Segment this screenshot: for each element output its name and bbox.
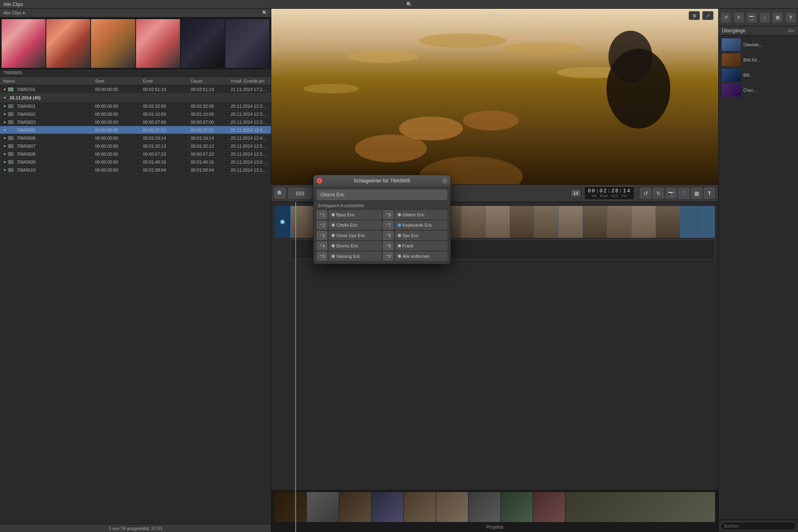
file-row-7I8A5603[interactable]: 7I8A5603 00:00:00:00 00:00:37:00 00:00:3… [0, 118, 271, 126]
all-clips-label[interactable]: Alle Clips [3, 2, 23, 7]
clip-thumb-3[interactable] [91, 19, 135, 68]
shortcut-label-Sax-Eric[interactable]: Sax Eric [395, 231, 448, 240]
svg-marker-7 [4, 145, 6, 147]
file-row-7I8A5610[interactable]: 7I8A5610 00:00:00:00 00:01:58:04 00:01:5… [0, 166, 271, 174]
shortcut-dot [332, 255, 335, 258]
music-icon-btn[interactable]: ♪ [760, 13, 770, 22]
shortcut-label-Close-Ups-Eric[interactable]: Close Ups Eric [329, 231, 381, 240]
transitions-list: Überble... Bild für... Blit... Chec... [719, 36, 798, 520]
file-row-7I8A5607[interactable]: 7I8A5607 00:00:00:00 00:01:32:13 00:01:3… [0, 142, 271, 150]
row-ende: 00:01:58:04 [141, 168, 189, 172]
audio-btn[interactable]: 🎵 [678, 188, 689, 199]
playhead [295, 202, 296, 532]
shortcut-label-Alle-entfernen[interactable]: Alle entfernen [395, 252, 448, 261]
camera-icon-btn[interactable]: 📷 [747, 13, 757, 22]
search-icon-browser[interactable]: 🔍 [262, 10, 268, 16]
preview-controls: ⊞ ⤢ [689, 11, 713, 20]
row-date: 20.11.2014 13:10:03 [229, 168, 269, 172]
redo-btn[interactable]: ↻ [653, 188, 664, 199]
file-row-7I8A5605[interactable]: 7I8A5605 00:00:00:00 00:00:37:03 00:00:3… [0, 126, 271, 134]
undo-icon-btn[interactable]: ↺ [721, 13, 731, 22]
transition-item-1[interactable]: Bild für... [720, 52, 796, 67]
svg-marker-0 [4, 88, 6, 91]
track-icon [279, 219, 286, 225]
shortcut-label-Gitarre-Eric[interactable]: Gitarre Eric [395, 210, 448, 219]
text-icon-btn[interactable]: T [786, 13, 796, 22]
camera-btn[interactable]: 📷 [666, 188, 677, 199]
group-triangle-icon [3, 96, 6, 99]
search-icon[interactable]: 🔍 [406, 2, 412, 7]
shortcut-dot [398, 234, 401, 237]
clip-thumb-4[interactable] [136, 19, 180, 68]
file-row-7I8A5606[interactable]: 7I8A5606 00:00:00:00 00:01:19:14 00:01:1… [0, 134, 271, 142]
group-header-date[interactable]: 20.11.2014 (45) [0, 93, 271, 102]
effect-icon-btn[interactable]: ▦ [773, 13, 782, 22]
shortcut-label-Keyboards-Eric[interactable]: Keyboards Eric [395, 221, 448, 229]
proj-thumb-5 [404, 492, 436, 522]
shortcut-label-Gesang-Eric[interactable]: Gesang Eric [329, 252, 381, 261]
transition-item-2[interactable]: Blit... [720, 67, 796, 83]
tag-input-value: Gitarre Eric [320, 192, 345, 198]
status-bar: 1 von 74 ausgewählt, 37:03 [0, 524, 271, 532]
view-toggle-btn[interactable]: ⊞ [689, 11, 700, 20]
clip-icon [8, 128, 14, 132]
shortcut-text: Sax Eric [403, 233, 419, 238]
shortcut-label-Drums-Eric[interactable]: Drums Eric [329, 241, 381, 250]
file-row-7I8A5609[interactable]: 7I8A5609 00:00:00:00 00:01:40:16 00:01:4… [0, 158, 271, 166]
file-row-7I8A5701[interactable]: 7I8A5701 00:00:00:00 00:02:51:19 00:02:5… [0, 85, 271, 93]
frame-11 [534, 206, 558, 238]
shortcut-text: Gitarre Eric [403, 212, 425, 217]
transitions-all-label[interactable]: Alle [788, 28, 795, 33]
clip-thumb-5[interactable] [181, 19, 225, 68]
frame-8 [461, 206, 485, 238]
file-row-7I8A5608[interactable]: 7I8A5608 00:00:00:00 00:00:57:23 00:00:5… [0, 150, 271, 158]
shortcut-row: ⌃2 Chello Eric [317, 221, 381, 229]
clip-thumb-6[interactable] [225, 19, 269, 68]
file-row-7I8A5602[interactable]: 7I8A5602 00:00:00:00 00:01:10:09 00:01:1… [0, 110, 271, 118]
frame-badge: 14 [571, 190, 580, 196]
undo-btn[interactable]: ↺ [640, 188, 651, 199]
shortcut-key: ⌃2 [317, 221, 327, 229]
magnify-btn[interactable]: 🔍 [275, 188, 286, 199]
row-start: 00:00:00:00 [93, 168, 141, 172]
shortcut-label-Frank[interactable]: Frank [395, 241, 448, 250]
shortcut-label-Chello-Eric[interactable]: Chello Eric [329, 221, 381, 229]
sec-label: SEC [611, 194, 618, 198]
clip-thumb-2[interactable] [46, 19, 90, 68]
clip-thumb-1[interactable] [2, 19, 45, 68]
center-panel: Becken ⊞ ⤢ 🔍 ⊟⊟ ☰ ↖ ▼ 14 00:02:28:14 HR [271, 9, 718, 532]
clip-icon [8, 104, 14, 108]
search-input[interactable] [720, 522, 796, 530]
transition-item-3[interactable]: Chec... [720, 83, 796, 98]
shortcut-text: Drums Eric [336, 243, 358, 248]
shortcut-label-Bass-Eric[interactable]: Bass Eric [329, 210, 381, 219]
dialog-close-btn[interactable]: ✕ [317, 178, 322, 184]
clip-view-btn[interactable]: ⊟⊟ [288, 188, 312, 199]
clip-icon [8, 144, 14, 148]
transition-item-0[interactable]: Überble... [720, 37, 796, 52]
tri-icon [3, 160, 6, 164]
tri-icon [3, 168, 6, 172]
proj-thumb-1 [275, 492, 306, 522]
expand-btn[interactable]: ⤢ [702, 11, 713, 20]
row-dauer: 00:01:32:13 [189, 144, 229, 148]
shortcut-key: ⌃4 [317, 241, 327, 250]
proj-thumb-8 [501, 492, 533, 522]
shortcut-row: ⌃4 Drums Eric [317, 241, 381, 250]
redo-icon-btn[interactable]: ↻ [734, 13, 744, 22]
transition-label: Bild für... [743, 57, 795, 62]
row-dauer: 00:00:57:23 [189, 152, 229, 156]
shortcut-key: ⌃5 [317, 252, 327, 261]
dialog-expand-btn[interactable] [442, 178, 447, 184]
shortcut-key: ⌃8 [383, 231, 393, 240]
transition-label: Überble... [743, 42, 795, 47]
shortcut-grid: ⌃1 Bass Eric ⌃6 Gitarre Eric ⌃2 Chello E… [317, 210, 447, 261]
row-id: 7I8A5605 [15, 128, 37, 133]
clip-thumbnails [0, 18, 271, 69]
tri-icon [3, 121, 6, 124]
file-row-7I8A5601[interactable]: 7I8A5601 00:00:00:00 00:02:32:09 00:02:3… [0, 102, 271, 110]
effect-btn[interactable]: ▦ [691, 188, 702, 199]
dialog-tag-input[interactable]: Gitarre Eric [317, 190, 447, 200]
file-list[interactable]: Name Start Ende Dauer Inhalt: Erstellt a… [0, 77, 271, 524]
text-btn[interactable]: T [704, 188, 715, 199]
